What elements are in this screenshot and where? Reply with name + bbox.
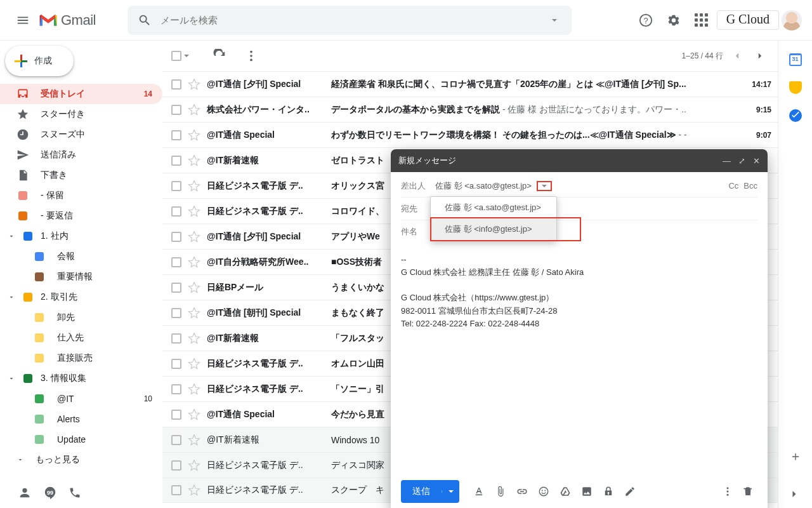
- star-icon[interactable]: [188, 307, 200, 319]
- send-options-button[interactable]: [442, 490, 459, 493]
- discard-button[interactable]: [738, 482, 757, 501]
- mail-row-1[interactable]: 株式会社パワー・インタ..データポータルの基本から実践までを解説 - 佐藤 様 …: [162, 97, 778, 122]
- search-input[interactable]: [155, 15, 544, 25]
- main-menu-button[interactable]: [10, 8, 36, 33]
- person-icon[interactable]: [18, 486, 32, 500]
- row-checkbox[interactable]: [171, 283, 181, 293]
- sidebar-item-3[interactable]: 送信済み: [0, 145, 162, 165]
- row-checkbox[interactable]: [171, 257, 181, 267]
- sidebar-subitem-0-0[interactable]: 会報: [0, 246, 162, 267]
- bcc-button[interactable]: Bcc: [743, 181, 757, 190]
- row-checkbox[interactable]: [171, 79, 181, 90]
- star-icon[interactable]: [188, 154, 200, 167]
- sidebar-item-5[interactable]: - 保留: [0, 185, 162, 206]
- sidebar-section-1[interactable]: 2. 取引先: [0, 287, 162, 307]
- star-icon[interactable]: [188, 434, 200, 446]
- row-checkbox[interactable]: [171, 410, 181, 420]
- sidebar-subitem-1-1[interactable]: 仕入先: [0, 328, 162, 348]
- emoji-button[interactable]: [534, 482, 553, 501]
- star-icon[interactable]: [188, 281, 200, 294]
- star-icon[interactable]: [188, 256, 200, 269]
- row-checkbox[interactable]: [171, 232, 181, 242]
- signature-button[interactable]: [620, 482, 639, 501]
- support-button[interactable]: ?: [633, 8, 658, 33]
- row-checkbox[interactable]: [171, 333, 181, 344]
- star-icon[interactable]: [188, 383, 200, 396]
- image-button[interactable]: [577, 482, 596, 501]
- search-icon[interactable]: [134, 10, 155, 31]
- settings-button[interactable]: [661, 8, 686, 33]
- row-checkbox[interactable]: [171, 308, 181, 318]
- sidebar-subitem-1-0[interactable]: 卸先: [0, 307, 162, 328]
- compose-body[interactable]: [391, 340, 768, 475]
- sidebar-subitem-2-2[interactable]: Update: [0, 429, 162, 450]
- select-all-checkbox[interactable]: [171, 51, 189, 61]
- format-button[interactable]: [469, 482, 488, 501]
- sidebar-section-0[interactable]: 1. 社内: [0, 226, 162, 246]
- star-icon[interactable]: [188, 205, 200, 218]
- sidebar-item-0[interactable]: 受信トレイ14: [0, 84, 162, 104]
- prev-page-button[interactable]: [728, 47, 746, 65]
- compose-signature[interactable]: -- G Cloud 株式会社 総務課主任 佐藤 彰 / Sato Akira …: [391, 243, 768, 340]
- mail-row-0[interactable]: @IT通信 [夕刊] Special経済産業省 和泉氏に聞く、コロナ禍で見直す「…: [162, 71, 778, 97]
- row-checkbox[interactable]: [171, 156, 181, 166]
- compose-titlebar[interactable]: 新規メッセージ — ⤢ ✕: [391, 149, 768, 172]
- sidebar-item-2[interactable]: スヌーズ中: [0, 124, 162, 145]
- from-value[interactable]: 佐藤 彰 <a.sato@gtest.jp>: [435, 180, 532, 192]
- star-icon[interactable]: [188, 180, 200, 192]
- hangouts-icon[interactable]: 99: [43, 486, 57, 500]
- drive-button[interactable]: [556, 482, 575, 501]
- row-checkbox[interactable]: [171, 206, 181, 217]
- search-bar[interactable]: [128, 6, 572, 35]
- compose-more-button[interactable]: [718, 482, 737, 501]
- star-icon[interactable]: [188, 358, 200, 370]
- compose-button[interactable]: 作成: [5, 46, 74, 76]
- star-icon[interactable]: [188, 78, 200, 91]
- google-apps-button[interactable]: [689, 8, 714, 33]
- refresh-button[interactable]: [207, 43, 232, 69]
- send-button[interactable]: 送信: [401, 480, 459, 503]
- row-checkbox[interactable]: [171, 181, 181, 191]
- star-icon[interactable]: [188, 459, 200, 472]
- sidebar-item-6[interactable]: - 要返信: [0, 206, 162, 226]
- sidebar-subitem-2-0[interactable]: @IT10: [0, 389, 162, 409]
- cc-button[interactable]: Cc: [728, 181, 738, 190]
- minimize-icon[interactable]: —: [723, 156, 731, 166]
- row-checkbox[interactable]: [171, 485, 181, 495]
- next-page-button[interactable]: [751, 47, 769, 65]
- sidebar-subitem-2-1[interactable]: Alerts: [0, 409, 162, 429]
- gmail-logo[interactable]: Gmail: [38, 12, 96, 29]
- mail-row-2[interactable]: @IT通信 Specialわずか数日でリモートワーク環境を構築！ その鍵を担った…: [162, 122, 778, 147]
- close-icon[interactable]: ✕: [753, 156, 760, 166]
- row-checkbox[interactable]: [171, 130, 181, 140]
- star-icon[interactable]: [188, 332, 200, 345]
- link-button[interactable]: [513, 482, 532, 501]
- sidebar-item-1[interactable]: スター付き: [0, 104, 162, 124]
- sidebar-subitem-1-2[interactable]: 直接販売: [0, 348, 162, 368]
- from-option-0[interactable]: 佐藤 彰 <a.sato@gtest.jp>: [431, 197, 556, 218]
- from-dropdown-button[interactable]: [537, 181, 552, 191]
- row-checkbox[interactable]: [171, 105, 181, 115]
- account-avatar[interactable]: [782, 10, 802, 30]
- row-checkbox[interactable]: [171, 435, 181, 445]
- search-options-button[interactable]: [544, 10, 565, 31]
- from-option-1[interactable]: 佐藤 彰 <info@gtest.jp>: [431, 218, 556, 240]
- sidebar-subitem-0-1[interactable]: 重要情報: [0, 267, 162, 287]
- more-actions-button[interactable]: [239, 43, 264, 69]
- star-icon[interactable]: [188, 129, 200, 142]
- sidebar-section-2[interactable]: 3. 情報収集: [0, 368, 162, 389]
- keep-icon[interactable]: [789, 81, 802, 94]
- star-icon[interactable]: [188, 231, 200, 243]
- tasks-icon[interactable]: [789, 109, 802, 122]
- row-checkbox[interactable]: [171, 384, 181, 394]
- sidebar-item-4[interactable]: 下書き: [0, 165, 162, 185]
- calendar-icon[interactable]: 31: [789, 53, 802, 66]
- confidential-button[interactable]: [599, 482, 618, 501]
- row-checkbox[interactable]: [171, 460, 181, 471]
- add-on-button[interactable]: ＋: [789, 448, 802, 465]
- star-icon[interactable]: [188, 484, 200, 497]
- star-icon[interactable]: [188, 408, 200, 421]
- row-checkbox[interactable]: [171, 359, 181, 369]
- phone-icon[interactable]: [69, 486, 82, 499]
- star-icon[interactable]: [188, 104, 200, 116]
